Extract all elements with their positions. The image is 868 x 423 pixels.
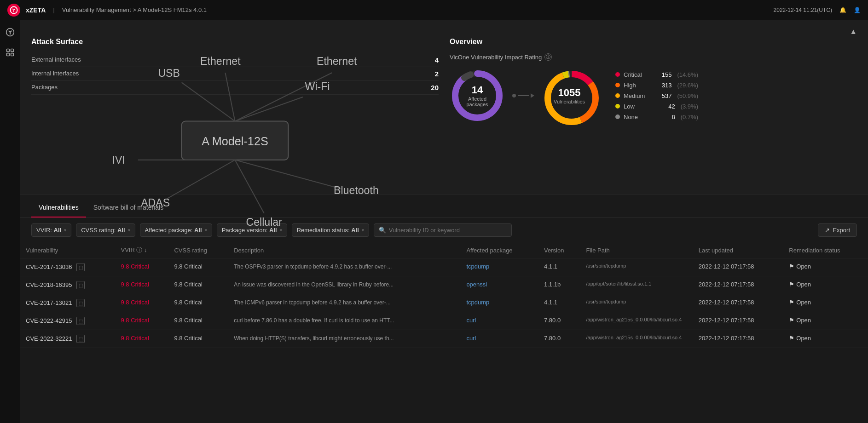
arrow-connector [512, 93, 534, 98]
col-description: Description [228, 242, 461, 258]
sidebar-icon-home[interactable] [4, 26, 17, 39]
svg-line-10 [182, 83, 235, 121]
breadcrumb-sep: > [133, 6, 138, 13]
cell-cvss: 9.8 Critical [168, 294, 228, 312]
cell-desc: The OSPFv3 parser in tcpdump before 4.9.… [228, 258, 461, 276]
export-button[interactable]: ↗ Export [818, 223, 857, 237]
legend-label: Critical [624, 71, 658, 78]
legend-item: Critical 155 (14.6%) [615, 71, 698, 78]
breadcrumb: Vulnerability Management > A Model-12S F… [62, 6, 207, 13]
donut-area: 14 Affectedpackages [450, 68, 597, 123]
network-svg: A Model-12S Ethernet E [31, 44, 439, 237]
cell-vvir: 9.8 Critical [115, 258, 168, 276]
svg-rect-5 [11, 53, 13, 56]
app-logo [7, 4, 20, 17]
svg-text:Bluetooth: Bluetooth [334, 184, 379, 196]
cell-status: ⚑ Open [783, 276, 868, 294]
cell-updated: 2022-12-12 07:17:58 [693, 330, 783, 348]
cell-cvss: 9.8 Critical [168, 276, 228, 294]
vulnerabilities-donut: 1055 Vulnerabilities [542, 68, 597, 123]
user-icon[interactable]: 👤 [854, 7, 861, 13]
svg-line-9 [235, 73, 332, 121]
cell-filepath: /app/opt/soter/lib/libssl.so.1.1 [580, 276, 693, 294]
svg-text:IVI: IVI [112, 154, 125, 166]
table-row: CVE-2022-42915 ⬚ 9.8 Critical 9.8 Critic… [20, 312, 868, 330]
legend-dot [615, 93, 620, 98]
collapse-button[interactable]: ▲ [850, 28, 857, 36]
cell-updated: 2022-12-12 07:17:58 [693, 276, 783, 294]
table-header-row: Vulnerability VVIR ⓘ ↓ CVSS rating Descr… [20, 242, 868, 258]
legend-dot [615, 83, 620, 87]
col-status: Remediation status [783, 242, 868, 258]
svg-text:ADAS: ADAS [141, 197, 170, 209]
cell-updated: 2022-12-12 07:17:58 [693, 294, 783, 312]
legend-count: 155 [662, 71, 672, 78]
cell-version: 4.1.1 [538, 258, 580, 276]
cell-package[interactable]: openssl [461, 276, 538, 294]
external-link-icon[interactable]: ⬚ [76, 299, 85, 307]
cell-package[interactable]: curl [461, 312, 538, 330]
external-link-icon[interactable]: ⬚ [76, 281, 85, 289]
external-link-icon[interactable]: ⬚ [76, 317, 85, 325]
vvir-label: VicOne Vulnerability Impact Rating [450, 54, 542, 61]
vulnerabilities-label: 1055 Vulnerabilities [554, 87, 585, 104]
col-vvir[interactable]: VVIR ⓘ ↓ [115, 242, 168, 258]
cell-package[interactable]: curl [461, 330, 538, 348]
cell-cvss: 9.8 Critical [168, 312, 228, 330]
breadcrumb-model: A Model-12S FM12s 4.0.1 [138, 6, 207, 13]
cell-desc: An issue was discovered in the OpenSSL l… [228, 276, 461, 294]
legend-item: Medium 537 (50.9%) [615, 92, 698, 99]
cell-vvir: 9.8 Critical [115, 312, 168, 330]
nav-separator: | [53, 6, 54, 13]
legend-count: 537 [662, 92, 672, 99]
legend-pct: (29.6%) [677, 82, 698, 89]
network-diagram: A Model-12S Ethernet E [31, 95, 439, 187]
legend-dot [615, 72, 620, 77]
col-filepath: File Path [580, 242, 693, 258]
table-row: CVE-2017-13036 ⬚ 9.8 Critical 9.8 Critic… [20, 258, 868, 276]
cell-id: CVE-2017-13036 ⬚ [20, 258, 115, 276]
flag-icon: ⚑ [789, 335, 794, 342]
legend-dot [615, 104, 620, 109]
legend-pct: (50.9%) [677, 92, 698, 99]
sidebar-icon-shield[interactable] [4, 46, 17, 59]
svg-line-11 [235, 97, 303, 121]
legend-label: High [624, 82, 658, 89]
cell-filepath: /app/wistron_ag215s_0.0.00/lib/libcurl.s… [580, 330, 693, 348]
cell-updated: 2022-12-12 07:17:58 [693, 258, 783, 276]
breadcrumb-vm[interactable]: Vulnerability Management [62, 6, 131, 13]
legend: Critical 155 (14.6%) High 313 (29.6%) Me… [615, 71, 698, 120]
cell-filepath: /app/wistron_ag215s_0.0.00/lib/libcurl.s… [580, 312, 693, 330]
svg-line-14 [235, 160, 342, 189]
legend-count: 42 [668, 103, 675, 110]
legend-count: 8 [671, 114, 675, 120]
left-panel: Attack Surface External interfaces 4 Int… [31, 38, 439, 187]
table-row: CVE-2022-32221 ⬚ 9.8 Critical 9.8 Critic… [20, 330, 868, 348]
svg-text:Ethernet: Ethernet [317, 56, 357, 68]
legend-item: None 8 (0.7%) [615, 114, 698, 120]
top-nav: xZETA | Vulnerability Management > A Mod… [0, 0, 868, 20]
cell-package[interactable]: tcpdump [461, 258, 538, 276]
legend-pct: (0.7%) [681, 114, 698, 120]
external-link-icon[interactable]: ⬚ [76, 335, 85, 343]
vuln-text: Vulnerabilities [554, 99, 585, 104]
sidebar [0, 20, 20, 423]
info-icon[interactable]: ⓘ [544, 53, 552, 61]
cell-filepath: /usr/sbin/tcpdump [580, 258, 693, 276]
bell-icon[interactable]: 🔔 [839, 7, 846, 13]
table-wrapper: Vulnerability VVIR ⓘ ↓ CVSS rating Descr… [20, 242, 868, 348]
legend-label: Low [624, 103, 665, 110]
overview-layout: 14 Affectedpackages [450, 68, 857, 123]
legend-label: Medium [624, 92, 658, 99]
cell-status: ⚑ Open [783, 330, 868, 348]
top-panel: ▲ Attack Surface External interfaces 4 I… [20, 20, 868, 194]
cell-desc: curl before 7.86.0 has a double free. If… [228, 312, 461, 330]
svg-text:USB: USB [158, 67, 180, 79]
cell-version: 4.1.1 [538, 294, 580, 312]
cell-package[interactable]: tcpdump [461, 294, 538, 312]
cell-filepath: /usr/sbin/tcpdump [580, 294, 693, 312]
app-title: xZETA [26, 6, 46, 14]
table-row: CVE-2018-16395 ⬚ 9.8 Critical 9.8 Critic… [20, 276, 868, 294]
cell-vvir: 9.8 Critical [115, 330, 168, 348]
external-link-icon[interactable]: ⬚ [76, 263, 85, 271]
